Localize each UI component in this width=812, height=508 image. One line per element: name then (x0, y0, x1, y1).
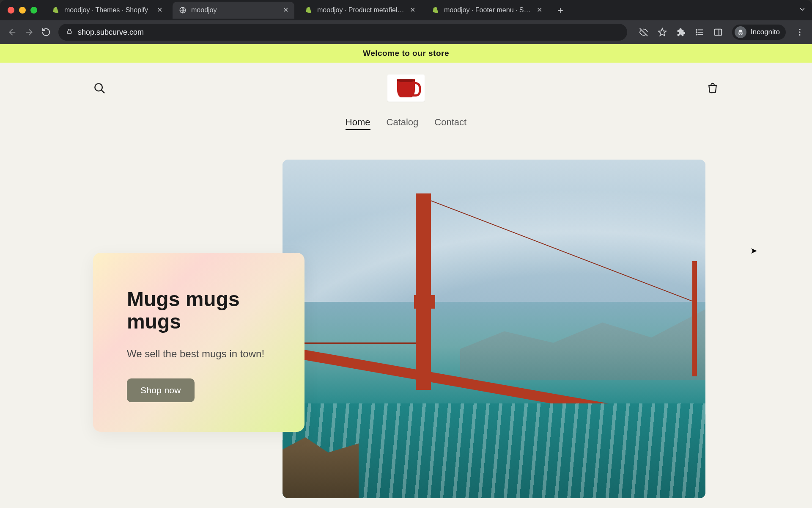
svg-rect-3 (67, 31, 71, 33)
nav-link-catalog[interactable]: Catalog (387, 117, 419, 130)
svg-rect-9 (715, 29, 722, 36)
svg-point-11 (739, 33, 740, 34)
close-icon[interactable]: ✕ (283, 7, 288, 14)
incognito-label: Incognito (751, 28, 780, 36)
shopify-icon (52, 6, 60, 14)
tabs-dropdown-button[interactable] (798, 6, 806, 15)
cart-button[interactable] (706, 82, 719, 94)
window-close-button[interactable] (8, 7, 14, 14)
extensions-icon[interactable] (676, 28, 686, 37)
svg-point-14 (799, 29, 800, 30)
announcement-text: Welcome to our store (363, 49, 449, 58)
address-bar[interactable]: shop.subcurve.com (58, 24, 627, 41)
profile-incognito-chip[interactable]: Incognito (732, 25, 786, 40)
site-header (0, 63, 812, 110)
kebab-menu-icon[interactable] (795, 28, 804, 37)
hero-image (283, 160, 705, 498)
url-text: shop.subcurve.com (78, 28, 144, 37)
hero-subtitle: We sell the best mugs in town! (127, 346, 271, 362)
mug-icon (397, 79, 415, 97)
close-icon[interactable]: ✕ (537, 7, 542, 14)
svg-line-18 (102, 90, 104, 93)
svg-point-16 (799, 34, 800, 36)
close-icon[interactable]: ✕ (410, 7, 415, 14)
side-panel-icon[interactable] (713, 28, 723, 37)
hero-card: Mugs mugs mugs We sell the best mugs in … (93, 253, 304, 432)
reload-button[interactable] (41, 28, 51, 37)
globe-icon (178, 6, 187, 14)
browser-tab-3[interactable]: moodjoy · Footer menu · Shop ✕ (425, 2, 548, 19)
tab-title: moodjoy · Footer menu · Shop (444, 6, 532, 14)
back-button[interactable] (8, 28, 17, 37)
browser-chrome: moodjoy · Themes · Shopify ✕ moodjoy ✕ m… (0, 0, 812, 44)
incognito-icon (735, 26, 746, 38)
tab-title: moodjoy · Themes · Shopify (64, 6, 153, 14)
toolbar-right: Incognito (639, 25, 804, 40)
nav-link-contact[interactable]: Contact (434, 117, 466, 130)
nav-link-home[interactable]: Home (346, 117, 370, 130)
reading-list-icon[interactable] (695, 28, 704, 37)
browser-tab-2[interactable]: moodjoy · Product metafield d ✕ (299, 2, 421, 19)
search-button[interactable] (93, 82, 106, 94)
lock-icon (66, 28, 73, 37)
svg-marker-5 (658, 28, 666, 36)
svg-point-12 (741, 33, 742, 34)
page-content: Welcome to our store Home Catalog Contac… (0, 44, 812, 508)
toolbar: shop.subcurve.com Incognito (0, 20, 812, 44)
tab-title: moodjoy (191, 6, 279, 14)
eye-off-icon[interactable] (639, 28, 648, 37)
browser-tab-0[interactable]: moodjoy · Themes · Shopify ✕ (46, 2, 168, 19)
shopify-icon (304, 6, 313, 14)
svg-point-15 (799, 31, 800, 33)
hero-title: Mugs mugs mugs (127, 288, 271, 333)
window-zoom-button[interactable] (30, 7, 37, 14)
star-icon[interactable] (658, 28, 667, 37)
new-tab-button[interactable]: ＋ (556, 4, 565, 17)
main-nav: Home Catalog Contact (0, 110, 812, 130)
forward-button[interactable] (25, 28, 34, 37)
window-minimize-button[interactable] (19, 7, 26, 14)
announcement-bar: Welcome to our store (0, 44, 812, 63)
tab-strip: moodjoy · Themes · Shopify ✕ moodjoy ✕ m… (0, 0, 812, 20)
browser-tab-1[interactable]: moodjoy ✕ (173, 2, 294, 19)
shop-now-button[interactable]: Shop now (127, 378, 195, 402)
close-icon[interactable]: ✕ (157, 7, 162, 14)
shopify-icon (431, 6, 440, 14)
window-controls (8, 7, 37, 14)
tab-title: moodjoy · Product metafield d (317, 6, 406, 14)
store-logo[interactable] (387, 75, 425, 102)
